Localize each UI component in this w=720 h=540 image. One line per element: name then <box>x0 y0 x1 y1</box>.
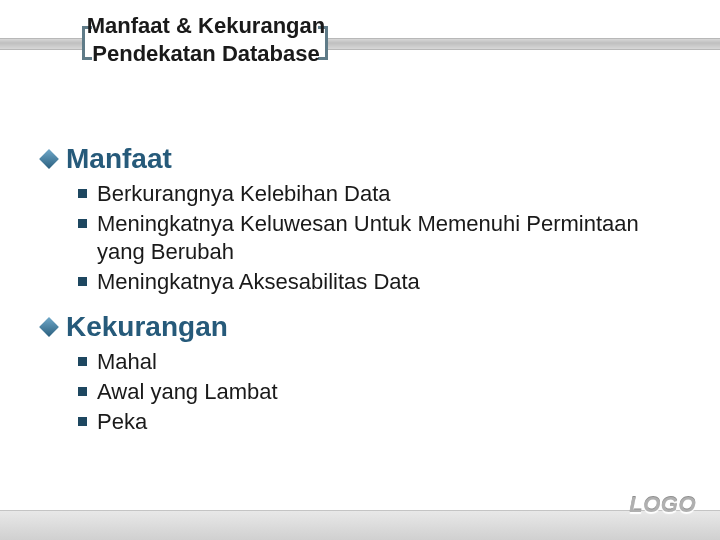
section-heading-kekurangan: Kekurangan <box>42 310 692 344</box>
section-heading-label: Manfaat <box>66 142 172 176</box>
title-bar-left <box>0 38 85 50</box>
list-item-label: Meningkatnya Aksesabilitas Data <box>97 268 420 296</box>
square-bullet-icon <box>78 189 87 198</box>
square-bullet-icon <box>78 277 87 286</box>
list-kekurangan: Mahal Awal yang Lambat Peka <box>42 348 692 436</box>
list-item-label: Berkurangnya Kelebihan Data <box>97 180 391 208</box>
list-item: Peka <box>78 408 692 436</box>
content: Manfaat Berkurangnya Kelebihan Data Meni… <box>42 142 692 450</box>
list-item-label: Mahal <box>97 348 157 376</box>
list-item: Awal yang Lambat <box>78 378 692 406</box>
square-bullet-icon <box>78 357 87 366</box>
section-heading-manfaat: Manfaat <box>42 142 692 176</box>
slide: Manfaat & Kekurangan Pendekatan Database… <box>0 0 720 540</box>
diamond-bullet-icon <box>39 317 59 337</box>
list-item: Meningkatnya Aksesabilitas Data <box>78 268 692 296</box>
square-bullet-icon <box>78 417 87 426</box>
square-bullet-icon <box>78 387 87 396</box>
logo: LOGO <box>629 492 696 518</box>
page-title: Manfaat & Kekurangan Pendekatan Database <box>86 12 326 67</box>
list-item-label: Peka <box>97 408 147 436</box>
list-manfaat: Berkurangnya Kelebihan Data Meningkatnya… <box>42 180 692 297</box>
footer-bar <box>0 510 720 540</box>
list-item-label: Meningkatnya Keluwesan Untuk Memenuhi Pe… <box>97 210 692 266</box>
list-item-label: Awal yang Lambat <box>97 378 278 406</box>
section-heading-label: Kekurangan <box>66 310 228 344</box>
list-item: Mahal <box>78 348 692 376</box>
list-item: Berkurangnya Kelebihan Data <box>78 180 692 208</box>
diamond-bullet-icon <box>39 149 59 169</box>
title-bar-right <box>328 38 720 50</box>
square-bullet-icon <box>78 219 87 228</box>
list-item: Meningkatnya Keluwesan Untuk Memenuhi Pe… <box>78 210 692 266</box>
title-bar: Manfaat & Kekurangan Pendekatan Database <box>0 10 720 110</box>
